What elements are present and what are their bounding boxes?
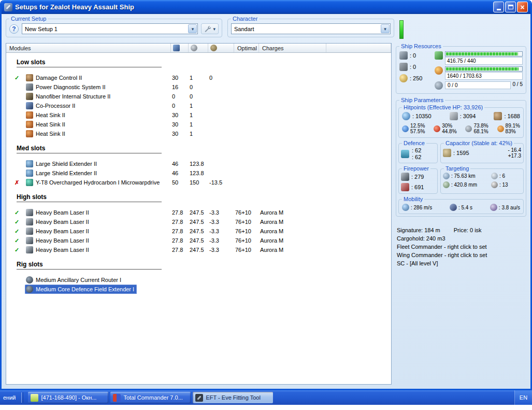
module-name: Heavy Beam Laser II <box>36 247 89 253</box>
module-row[interactable]: Heat Sink II301 <box>6 129 391 138</box>
module-label: Heat Sink II <box>25 129 68 138</box>
module-capacitor-value: -3.3 <box>208 219 234 225</box>
module-capacitor-value: -3.3 <box>208 247 234 253</box>
module-label: Heat Sink II <box>25 110 68 120</box>
module-charge-value: Aurora M <box>259 247 326 253</box>
powergrid-bar-stack: 1640 / 1703.63 <box>445 66 523 80</box>
taskbar-button-label: EFT - Eve Fitting Tool <box>206 394 260 401</box>
module-label: Heavy Beam Laser II <box>25 245 92 255</box>
module-name: Nanofiber Internal Structure II <box>36 93 110 100</box>
squad-commander[interactable]: SC - [All level V] <box>397 260 526 266</box>
armor-hp-value: : 3094 <box>460 113 476 119</box>
character-skill-indicator <box>399 20 404 39</box>
maximize-button[interactable] <box>505 2 516 12</box>
module-name: Heavy Beam Laser II <box>36 209 89 216</box>
hardpoints-column: : 0 : 0 : 250 <box>399 51 432 90</box>
module-label: Heavy Beam Laser II <box>25 217 92 227</box>
module-row[interactable]: ✓Damage Control II3010 <box>6 73 391 82</box>
module-row[interactable]: Co-Processor II01 <box>6 101 391 110</box>
charges-column-header[interactable]: Charges <box>259 44 326 52</box>
module-optimal-value: 76+10 <box>234 247 259 253</box>
module-powergrid-value: 0 <box>189 84 208 90</box>
chevron-down-icon[interactable]: ▾ <box>381 24 390 33</box>
signature-price-line: Signature: 184 m Price: 0 isk <box>397 227 526 233</box>
character-row: Sandart ▾ <box>230 23 392 35</box>
module-row[interactable]: ✓Heavy Beam Laser II27.8247.5-3.376+10Au… <box>6 217 391 227</box>
module-row[interactable]: ✓Heavy Beam Laser II27.8247.5-3.376+10Au… <box>6 208 391 217</box>
module-capacitor-value: -13.5 <box>208 179 234 186</box>
chevron-down-icon[interactable]: ▾ <box>188 24 197 33</box>
module-label: Heavy Beam Laser II <box>25 236 92 245</box>
module-row[interactable]: Power Diagnostic System II160 <box>6 82 391 92</box>
parameters-panel: Ship Resources : 0 : 0 : 250 <box>396 43 526 385</box>
module-row[interactable]: ✓Heavy Beam Laser II27.8247.5-3.376+10Au… <box>6 245 391 255</box>
character-group: Character Sandart ▾ <box>227 16 394 37</box>
module-charge-value: Aurora M <box>259 219 326 225</box>
module-row[interactable]: Heat Sink II301 <box>6 110 391 120</box>
module-row[interactable]: Heat Sink II301 <box>6 120 391 129</box>
capacitor-column-header[interactable] <box>208 44 234 52</box>
sensor-strength-value: : 13 <box>499 182 508 188</box>
module-row[interactable]: Large Shield Extender II46123.8 <box>6 159 391 168</box>
shield-hp-value: : 10350 <box>412 113 432 119</box>
warp-speed-value: : 3.8 au/s <box>499 205 520 210</box>
kinetic-resist-icon <box>465 125 472 132</box>
wing-commander[interactable]: Wing Commander - right click to set <box>397 252 526 258</box>
sensor-strength: : 13 <box>491 181 521 188</box>
bottom-strip <box>0 405 532 410</box>
minimize-button[interactable] <box>493 2 504 12</box>
window-controls: × <box>493 2 528 12</box>
module-row[interactable]: Medium Core Defence Field Extender I <box>6 285 391 294</box>
ship-resources-label: Ship Resources <box>399 43 443 49</box>
module-name: Heavy Beam Laser II <box>36 237 89 244</box>
module-row[interactable]: ✓Heavy Beam Laser II27.8247.5-3.376+10Au… <box>6 227 391 236</box>
modules-table-header[interactable]: Modules Optimal Charges <box>6 44 391 53</box>
taskbar-button-label: Total Commander 7.0... <box>123 394 182 401</box>
setup-tools-button[interactable]: ▾ <box>201 23 219 34</box>
kinetic-armor-resist: 68.1% <box>473 129 488 134</box>
module-name: Power Diagnostic System II <box>36 84 106 90</box>
module-row[interactable]: Large Shield Extender II46123.8 <box>6 168 391 178</box>
powergrid-column-header[interactable] <box>189 44 208 52</box>
structure-hp-value: : 1688 <box>504 113 520 119</box>
help-button[interactable]: ? <box>9 24 19 34</box>
module-cpu-value: 30 <box>171 75 189 81</box>
module-row[interactable]: ✓Heavy Beam Laser II27.8247.5-3.376+10Au… <box>6 236 391 245</box>
module-optimal-value: 76+10 <box>234 228 259 234</box>
total-commander-icon <box>113 394 121 402</box>
setup-combobox[interactable]: New Setup 1 ▾ <box>22 23 198 34</box>
module-label: Co-Processor II <box>25 101 78 110</box>
module-icon <box>26 169 33 177</box>
capacitor-icon <box>210 45 217 51</box>
modules-column-header[interactable]: Modules <box>6 44 171 52</box>
close-button[interactable]: × <box>517 2 528 12</box>
kinetic-resist: 73.8%68.1% <box>465 123 488 134</box>
thermal-resist: 30%44.8% <box>434 123 456 134</box>
language-indicator[interactable]: EN <box>514 390 532 405</box>
taskbar-button-eft[interactable]: EFT - Eve Fitting Tool <box>193 392 273 403</box>
character-combobox[interactable]: Sandart ▾ <box>231 23 391 34</box>
fleet-commander[interactable]: Fleet Commander - right click to set <box>397 244 526 250</box>
max-velocity-value: : 286 m/s <box>411 205 432 210</box>
top-toolbar: Current Setup ? New Setup 1 ▾ ▾ <box>2 14 530 43</box>
ship-parameters-group: Ship Parameters Hitpoints (Effective HP:… <box>396 97 526 217</box>
explosive-resist: 89.1%83% <box>497 123 520 134</box>
cpu-usage-text: 416.75 / 440 <box>445 57 523 65</box>
targeting-content: : 75.63 km : 6 : 420.8 mm : 13 <box>443 173 521 188</box>
module-row[interactable]: Medium Ancillary Current Router I <box>6 275 391 285</box>
taskbar-button-window[interactable]: [471-168-490] - Окн... <box>28 392 108 403</box>
taskbar-leftover-text[interactable]: ений <box>0 394 19 401</box>
check-icon: ✓ <box>15 228 25 235</box>
taskbar-button-total-commander[interactable]: Total Commander 7.0... <box>110 392 191 403</box>
titlebar[interactable]: Setups for Zealot Heavy Assault Ship × <box>2 0 530 14</box>
resistances-row: 12.5%57.5% 30%44.8% 73.8%68.1% 89.1%83% <box>401 122 521 135</box>
shield-hp: : 10350 <box>402 112 432 120</box>
optimal-column-header[interactable]: Optimal <box>234 44 259 52</box>
dps-icon <box>401 183 409 191</box>
module-cpu-value: 0 <box>171 103 189 109</box>
max-velocity: : 286 m/s <box>402 204 432 211</box>
cpu-column-header[interactable] <box>171 44 189 52</box>
module-name-group: Heavy Beam Laser II <box>25 227 171 236</box>
module-row[interactable]: Nanofiber Internal Structure II00 <box>6 92 391 101</box>
module-row[interactable]: ✗Y-T8 Overcharged Hydrocarbon I Microwar… <box>6 178 391 187</box>
